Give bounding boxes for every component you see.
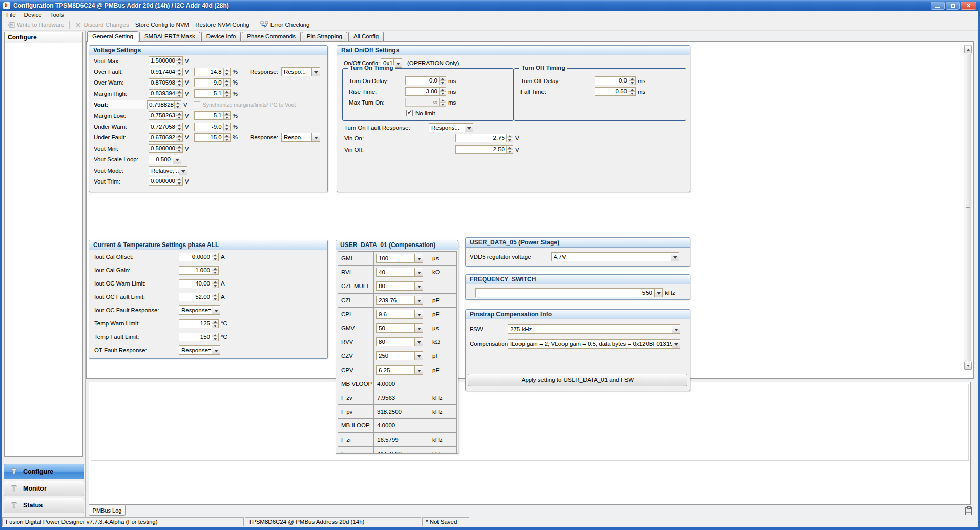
- tab-smbalert-mask[interactable]: SMBALERT# Mask: [139, 32, 200, 41]
- no-limit-checkbox[interactable]: [406, 110, 413, 116]
- chevron-down-icon[interactable]: [212, 306, 220, 314]
- sidebar-tree-panel[interactable]: [4, 43, 83, 457]
- chevron-down-icon[interactable]: [414, 282, 423, 290]
- spin-down-icon[interactable]: [176, 138, 182, 141]
- czv-dropdown[interactable]: 250: [377, 352, 414, 360]
- sidebar-item-status[interactable]: Status: [4, 498, 84, 513]
- temp-warn-limit-input[interactable]: 125: [179, 320, 212, 328]
- iout-oc-fault-response-dropdown[interactable]: Response=...: [179, 306, 212, 314]
- menu-item-device[interactable]: Device: [20, 11, 46, 19]
- sidebar-splitter[interactable]: [4, 458, 83, 462]
- rvv-dropdown[interactable]: 80: [377, 338, 414, 346]
- spin-down-icon[interactable]: [440, 92, 446, 95]
- restore-nvm-config-button[interactable]: Restore NVM Config: [192, 21, 252, 29]
- over-warn-pct-input[interactable]: 9.0: [195, 79, 223, 87]
- spin-down-icon[interactable]: [175, 105, 181, 109]
- scroll-up-icon[interactable]: [964, 46, 972, 53]
- tab-pin-strapping[interactable]: Pin Strapping: [302, 32, 347, 41]
- over-fault-response-dropdown[interactable]: Respo...: [282, 68, 311, 76]
- spin-down-icon[interactable]: [224, 72, 230, 76]
- chevron-down-icon[interactable]: [414, 324, 423, 332]
- vin-on-input[interactable]: 2.75: [456, 134, 506, 142]
- spin-down-icon[interactable]: [176, 149, 182, 152]
- turn-on-delay-input[interactable]: 0.0: [406, 77, 439, 85]
- chevron-down-icon[interactable]: [414, 296, 423, 304]
- spin-up-icon[interactable]: [224, 134, 230, 138]
- spin-down-icon[interactable]: [224, 127, 230, 131]
- vertical-scrollbar[interactable]: [964, 45, 972, 370]
- pmbus-log-tab[interactable]: PMBus Log: [89, 505, 126, 516]
- spin-down-icon[interactable]: [212, 297, 218, 301]
- pmbus-log-text-area[interactable]: [91, 384, 969, 461]
- vdd5-voltage-dropdown[interactable]: 4.7V: [552, 253, 671, 261]
- sidebar-item-configure[interactable]: Configure: [4, 464, 84, 479]
- spin-up-icon[interactable]: [176, 57, 182, 61]
- chevron-down-icon[interactable]: [311, 133, 320, 141]
- spin-down-icon[interactable]: [176, 72, 182, 76]
- spin-up-icon[interactable]: [440, 88, 446, 92]
- cpv-dropdown[interactable]: 6.25: [377, 366, 414, 374]
- under-warn-pct-input[interactable]: -9.0: [195, 123, 223, 131]
- gmi-dropdown[interactable]: 100: [377, 254, 414, 262]
- spin-down-icon[interactable]: [629, 81, 635, 85]
- under-warn-input[interactable]: 0.727058: [149, 123, 176, 131]
- spin-up-icon[interactable]: [507, 134, 513, 138]
- spin-up-icon[interactable]: [176, 79, 182, 83]
- margin-high-input[interactable]: 0.839394: [149, 90, 176, 97]
- chevron-down-icon[interactable]: [212, 346, 220, 354]
- write-to-hardware-button[interactable]: Write to Hardware: [4, 21, 67, 29]
- spin-down-icon[interactable]: [224, 138, 230, 141]
- scrollbar-thumb[interactable]: [965, 54, 971, 361]
- spin-up-icon[interactable]: [212, 320, 218, 324]
- spin-up-icon[interactable]: [176, 134, 182, 138]
- chevron-down-icon[interactable]: [173, 155, 181, 164]
- spin-up-icon[interactable]: [224, 123, 230, 127]
- compensation-dropdown[interactable]: ILoop gain = 2, VLoop gain = 0.5, data b…: [508, 340, 672, 348]
- menu-item-tools[interactable]: Tools: [46, 11, 68, 19]
- spin-down-icon[interactable]: [212, 271, 218, 274]
- chevron-down-icon[interactable]: [414, 268, 423, 276]
- spin-down-icon[interactable]: [212, 337, 218, 341]
- minimize-button[interactable]: [931, 2, 945, 10]
- spin-up-icon[interactable]: [176, 177, 182, 181]
- iout-cal-offset-input[interactable]: 0.0000: [179, 253, 212, 261]
- spin-down-icon[interactable]: [212, 284, 218, 288]
- fall-time-input[interactable]: 0.50: [595, 88, 629, 95]
- iout-oc-warn-limit-input[interactable]: 40.00: [179, 280, 212, 288]
- spin-down-icon[interactable]: [629, 92, 635, 95]
- menu-item-file[interactable]: File: [2, 11, 20, 19]
- rise-time-input[interactable]: 3.00: [406, 88, 439, 95]
- vout-scale-loop-dropdown[interactable]: 0.500: [149, 155, 173, 164]
- over-fault-input[interactable]: 0.917404: [149, 68, 176, 76]
- spin-down-icon[interactable]: [224, 116, 230, 119]
- over-fault-pct-input[interactable]: 14.8: [195, 68, 223, 76]
- spin-down-icon[interactable]: [176, 94, 182, 97]
- under-fault-response-dropdown[interactable]: Respo...: [282, 133, 311, 141]
- czi-mult-dropdown[interactable]: 80: [377, 282, 414, 290]
- spin-up-icon[interactable]: [212, 333, 218, 337]
- fsw-dropdown[interactable]: 275 kHz: [508, 325, 672, 333]
- maximize-button[interactable]: [946, 2, 960, 10]
- spin-up-icon[interactable]: [629, 88, 635, 92]
- spin-up-icon[interactable]: [224, 68, 230, 72]
- margin-low-pct-input[interactable]: -5.1: [195, 112, 223, 119]
- spin-down-icon[interactable]: [507, 138, 513, 142]
- store-config-to-nvm-button[interactable]: Store Config to NVM: [132, 21, 192, 29]
- under-fault-input[interactable]: 0.678692: [149, 134, 176, 141]
- spin-up-icon[interactable]: [175, 101, 181, 105]
- rvi-dropdown[interactable]: 40: [377, 268, 414, 276]
- vin-off-input[interactable]: 2.50: [456, 146, 506, 153]
- spin-up-icon[interactable]: [224, 90, 230, 94]
- chevron-down-icon[interactable]: [414, 338, 423, 346]
- chevron-down-icon[interactable]: [671, 253, 679, 261]
- spin-up-icon[interactable]: [440, 77, 446, 81]
- spin-up-icon[interactable]: [212, 293, 218, 297]
- spin-up-icon[interactable]: [212, 267, 218, 271]
- margin-low-input[interactable]: 0.758263: [149, 112, 176, 119]
- apply-settings-button[interactable]: Apply setting to USER_DATA_01 and FSW: [468, 374, 687, 386]
- spin-down-icon[interactable]: [224, 83, 230, 87]
- chevron-down-icon[interactable]: [414, 254, 423, 262]
- spin-up-icon[interactable]: [212, 280, 218, 284]
- vout-mode-dropdown[interactable]: Relative; ...: [149, 167, 179, 175]
- chevron-down-icon[interactable]: [414, 310, 423, 318]
